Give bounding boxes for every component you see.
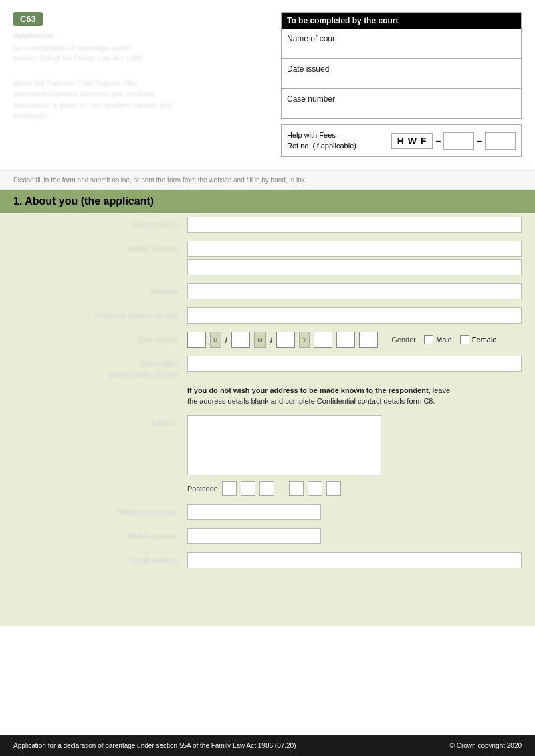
- form-title: Application: [13, 31, 268, 39]
- telephone-input[interactable]: [187, 504, 321, 520]
- dob-row: D / M / Y: [187, 332, 378, 348]
- address-notice-bold: If you do not wish your address to be ma…: [187, 386, 431, 394]
- postcode-seg-6[interactable]: [326, 481, 341, 496]
- postcode-row: Postcode: [187, 481, 522, 496]
- court-box: To be completed by the court Name of cou…: [281, 12, 522, 119]
- dob-y2[interactable]: [314, 332, 332, 348]
- postcode-label: Postcode: [187, 485, 218, 493]
- spacer: [13, 572, 522, 612]
- mobile-label: Mobile number: [13, 528, 187, 541]
- right-header: To be completed by the court Name of cou…: [281, 12, 522, 157]
- middle-name-input-1[interactable]: [187, 241, 522, 257]
- email-row: Email address: [13, 548, 522, 568]
- hwf-dash2: –: [477, 136, 482, 146]
- postcode-seg-4[interactable]: [289, 481, 304, 496]
- postcode-seg-1[interactable]: [222, 481, 237, 496]
- hwf-segment-1[interactable]: [443, 132, 474, 150]
- address-input-area: [187, 283, 522, 299]
- dob-d1[interactable]: [187, 332, 206, 348]
- address-textarea-label: Address: [13, 415, 187, 428]
- footer-bar: Application for a declaration of parenta…: [0, 735, 535, 756]
- dob-y4[interactable]: [359, 332, 378, 348]
- gender-label: Gender: [391, 336, 416, 344]
- hwf-dash1: –: [435, 136, 441, 146]
- middle-name-input-2[interactable]: [187, 259, 522, 275]
- section1-body: Your full name Middle name(s) Address Pr…: [0, 213, 535, 626]
- postcode-seg-2[interactable]: [241, 481, 255, 496]
- hwf-prefix: H W F: [391, 133, 433, 149]
- gender-male-option[interactable]: Male: [424, 335, 452, 344]
- address-notice: If you do not wish your address to be ma…: [187, 385, 522, 407]
- full-name-input-area: [187, 217, 522, 233]
- gender-male-label: Male: [436, 336, 452, 344]
- full-name-input[interactable]: [187, 217, 522, 233]
- gender-area: Gender Male Female: [391, 335, 496, 344]
- telephone-input-area: [187, 504, 522, 520]
- gender-female-option[interactable]: Female: [460, 335, 497, 344]
- nationality-input-area: [187, 356, 522, 372]
- dob-d-label: D: [210, 332, 221, 348]
- form-description: About the Parental Child Support offer, …: [13, 78, 268, 122]
- form-subtitle: for a declaration of parentage under sec…: [13, 43, 268, 64]
- form-badge: C63: [13, 12, 43, 26]
- address-notice-text: If you do not wish your address to be ma…: [187, 385, 522, 407]
- full-name-label: Your full name: [13, 217, 187, 230]
- court-box-header: To be completed by the court: [282, 13, 521, 29]
- header-area: C63 Application for a declaration of par…: [0, 0, 535, 164]
- section1-header: 1. About you (the applicant): [0, 190, 535, 213]
- date-issued-field: Date issued: [282, 59, 521, 89]
- telephone-label: Telephone number: [13, 504, 187, 517]
- postcode-seg-5[interactable]: [308, 481, 322, 496]
- gender-female-checkbox[interactable]: [460, 335, 469, 344]
- instruction-bar: Please fill in the form and submit onlin…: [0, 170, 535, 190]
- middle-name-row: Middle name(s): [13, 237, 522, 275]
- nationality-label: Nationality/ place/country of birth: [13, 356, 187, 380]
- dob-gender-area: D / M / Y Gender Male: [187, 332, 522, 348]
- postcode-seg-3[interactable]: [259, 481, 274, 496]
- name-of-court-field: Name of court: [282, 29, 521, 59]
- dob-sep2: /: [270, 335, 273, 345]
- telephone-row: Telephone number: [13, 500, 522, 520]
- address-label: Address: [13, 283, 187, 297]
- dob-m-label: M: [254, 332, 266, 348]
- dob-label: Date of birth: [13, 332, 187, 345]
- gender-male-checkbox[interactable]: [424, 335, 433, 344]
- dob-y1[interactable]: [276, 332, 295, 348]
- mobile-input[interactable]: [187, 528, 321, 544]
- mobile-row: Mobile number: [13, 524, 522, 544]
- prev-address-input-area: [187, 307, 522, 324]
- dob-y3[interactable]: [336, 332, 355, 348]
- prev-address-label: Previous address (if any): [13, 307, 187, 321]
- hwf-inputs: H W F – –: [391, 132, 516, 150]
- gender-female-label: Female: [472, 336, 497, 344]
- hwf-label: Help with Fees – Ref no. (if applicable): [287, 130, 356, 151]
- middle-name-label: Middle name(s): [13, 241, 187, 254]
- full-name-row: Your full name: [13, 213, 522, 233]
- case-number-field: Case number: [282, 89, 521, 118]
- hwf-box: Help with Fees – Ref no. (if applicable)…: [281, 124, 522, 157]
- dob-gender-row: Date of birth D / M / Y Gender: [13, 328, 522, 348]
- dob-m1[interactable]: [231, 332, 250, 348]
- email-input-area: [187, 552, 522, 568]
- address-row: Address: [13, 279, 522, 299]
- address-input[interactable]: [187, 283, 522, 299]
- prev-address-input[interactable]: [187, 307, 522, 324]
- address-textarea[interactable]: [187, 415, 381, 475]
- footer-left: Application for a declaration of parenta…: [13, 742, 296, 749]
- dob-y-label: Y: [299, 332, 310, 348]
- nationality-row: Nationality/ place/country of birth: [13, 352, 522, 380]
- email-input[interactable]: [187, 552, 522, 568]
- hwf-segment-2[interactable]: [485, 132, 516, 150]
- prev-address-row: Previous address (if any): [13, 303, 522, 324]
- page: C63 Application for a declaration of par…: [0, 0, 535, 756]
- left-header: C63 Application for a declaration of par…: [13, 12, 268, 157]
- footer-right: © Crown copyright 2020: [450, 742, 522, 749]
- middle-name-input-area: [187, 241, 522, 275]
- address-textarea-area: Postcode: [187, 415, 522, 496]
- address-textarea-row: Address Postcode: [13, 411, 522, 496]
- email-label: Email address: [13, 552, 187, 565]
- mobile-input-area: [187, 528, 522, 544]
- nationality-input[interactable]: [187, 356, 522, 372]
- dob-sep1: /: [225, 335, 228, 345]
